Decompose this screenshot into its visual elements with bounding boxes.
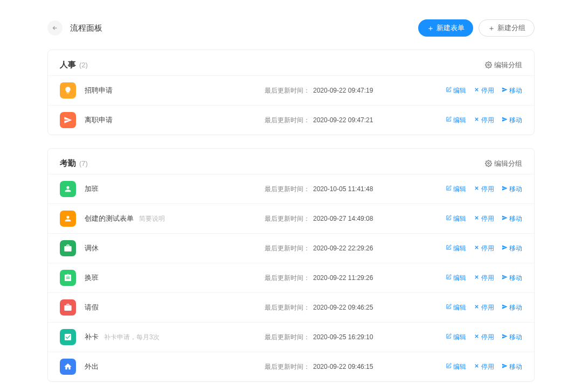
briefcase-icon xyxy=(60,299,76,316)
edit-icon xyxy=(446,185,452,193)
disable-label: 停用 xyxy=(481,185,494,194)
back-button[interactable] xyxy=(47,20,63,36)
time-label: 最后更新时间： xyxy=(265,215,310,222)
edit-icon xyxy=(446,215,452,222)
move-button[interactable]: 移动 xyxy=(502,274,522,283)
move-label: 移动 xyxy=(509,244,522,253)
time-label: 最后更新时间： xyxy=(265,116,310,124)
move-label: 移动 xyxy=(509,185,522,194)
close-icon xyxy=(474,185,480,193)
edit-group-button[interactable]: 编辑分组 xyxy=(485,60,522,70)
send-icon xyxy=(502,274,508,282)
edit-button[interactable]: 编辑 xyxy=(446,274,466,283)
disable-label: 停用 xyxy=(481,362,494,372)
edit-label: 编辑 xyxy=(453,274,466,283)
item-time: 2020-09-22 09:46:15 xyxy=(313,363,373,370)
send-icon xyxy=(502,116,508,124)
briefcase-icon xyxy=(60,240,76,256)
edit-icon xyxy=(446,274,452,282)
item-title: 换班 xyxy=(85,274,99,282)
close-icon xyxy=(474,116,480,124)
edit-group-button[interactable]: 编辑分组 xyxy=(485,159,522,169)
edit-button[interactable]: 编辑 xyxy=(446,214,466,223)
move-button[interactable]: 移动 xyxy=(502,362,522,372)
move-label: 移动 xyxy=(509,362,522,372)
edit-label: 编辑 xyxy=(453,333,466,342)
group-header: 人事(2)编辑分组 xyxy=(48,50,534,75)
edit-button[interactable]: 编辑 xyxy=(446,244,466,253)
list-item: 调休最后更新时间：2020-09-22 22:29:26编辑停用移动 xyxy=(48,233,534,263)
edit-icon xyxy=(446,333,452,341)
disable-button[interactable]: 停用 xyxy=(474,244,494,253)
item-title: 招聘申请 xyxy=(85,86,113,94)
new-form-label: 新建表单 xyxy=(436,23,465,33)
person-icon xyxy=(60,211,76,227)
new-group-label: 新建分组 xyxy=(497,23,525,33)
edit-icon xyxy=(446,116,452,124)
edit-button[interactable]: 编辑 xyxy=(446,303,466,312)
item-title: 外出 xyxy=(85,362,99,370)
disable-button[interactable]: 停用 xyxy=(474,362,494,372)
edit-button[interactable]: 编辑 xyxy=(446,116,466,125)
list-item: 外出最后更新时间：2020-09-22 09:46:15编辑停用移动 xyxy=(48,352,534,381)
disable-label: 停用 xyxy=(481,86,494,95)
item-time: 2020-09-22 09:47:19 xyxy=(313,87,373,94)
item-desc: 补卡申请，每月3次 xyxy=(104,333,160,341)
move-button[interactable]: 移动 xyxy=(502,244,522,253)
move-button[interactable]: 移动 xyxy=(502,214,522,223)
edit-button[interactable]: 编辑 xyxy=(446,362,466,372)
item-time: 2020-09-27 14:49:08 xyxy=(313,215,373,222)
gear-icon xyxy=(485,61,492,68)
disable-label: 停用 xyxy=(481,274,494,283)
move-button[interactable]: 移动 xyxy=(502,303,522,312)
bulb-icon xyxy=(60,82,76,99)
disable-button[interactable]: 停用 xyxy=(474,214,494,223)
edit-label: 编辑 xyxy=(453,116,466,125)
edit-label: 编辑 xyxy=(453,362,466,372)
disable-button[interactable]: 停用 xyxy=(474,303,494,312)
disable-button[interactable]: 停用 xyxy=(474,185,494,194)
page-title: 流程面板 xyxy=(70,23,418,33)
new-group-button[interactable]: ＋ 新建分组 xyxy=(479,19,535,37)
move-button[interactable]: 移动 xyxy=(502,333,522,342)
move-button[interactable]: 移动 xyxy=(502,86,522,95)
edit-label: 编辑 xyxy=(453,214,466,223)
person-icon xyxy=(60,181,76,197)
close-icon xyxy=(474,274,480,282)
plus-icon: ＋ xyxy=(488,24,495,32)
item-time: 2020-09-22 11:29:26 xyxy=(313,274,373,282)
item-time: 2020-10-05 11:41:48 xyxy=(313,185,373,193)
check-icon xyxy=(60,329,76,345)
move-button[interactable]: 移动 xyxy=(502,116,522,125)
disable-button[interactable]: 停用 xyxy=(474,116,494,125)
time-label: 最后更新时间： xyxy=(265,363,310,370)
move-label: 移动 xyxy=(509,86,522,95)
item-time: 2020-09-25 16:29:10 xyxy=(313,333,373,341)
list-item: 招聘申请最后更新时间：2020-09-22 09:47:19编辑停用移动 xyxy=(48,75,534,105)
send-icon xyxy=(502,363,508,370)
disable-label: 停用 xyxy=(481,244,494,253)
list-item: 换班最后更新时间：2020-09-22 11:29:26编辑停用移动 xyxy=(48,263,534,292)
time-label: 最后更新时间： xyxy=(265,274,310,282)
edit-button[interactable]: 编辑 xyxy=(446,333,466,342)
new-form-button[interactable]: ＋ 新建表单 xyxy=(418,19,473,37)
disable-button[interactable]: 停用 xyxy=(474,86,494,95)
edit-button[interactable]: 编辑 xyxy=(446,86,466,95)
edit-group-label: 编辑分组 xyxy=(494,159,522,169)
edit-label: 编辑 xyxy=(453,86,466,95)
move-button[interactable]: 移动 xyxy=(502,185,522,194)
disable-button[interactable]: 停用 xyxy=(474,333,494,342)
item-title: 请假 xyxy=(85,303,99,311)
item-title: 离职申请 xyxy=(85,116,113,124)
disable-label: 停用 xyxy=(481,116,494,125)
edit-icon xyxy=(446,244,452,252)
svg-point-1 xyxy=(488,163,489,164)
move-label: 移动 xyxy=(509,214,522,223)
item-time: 2020-09-22 09:46:25 xyxy=(313,304,373,311)
edit-button[interactable]: 编辑 xyxy=(446,185,466,194)
item-time: 2020-09-22 22:29:26 xyxy=(313,244,373,252)
arrow-left-icon xyxy=(52,25,58,31)
disable-button[interactable]: 停用 xyxy=(474,274,494,283)
disable-label: 停用 xyxy=(481,303,494,312)
group-count: (7) xyxy=(79,159,88,167)
